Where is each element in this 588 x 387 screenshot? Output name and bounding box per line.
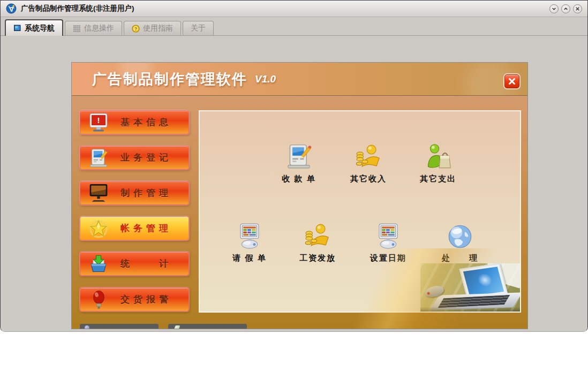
x-icon xyxy=(575,6,581,12)
sidebar-button-production-mgmt[interactable]: 制作管理 xyxy=(80,181,189,205)
computer-calendar-icon xyxy=(359,217,418,249)
app-window: 广告制品制作管理系统(非注册用户) xyxy=(0,0,588,332)
partial-bottom-button-2[interactable] xyxy=(168,324,247,329)
panel-body: ! 基本信息 xyxy=(72,96,527,329)
tab-label: 关于 xyxy=(191,24,206,33)
tab-label: 系统导航 xyxy=(25,24,55,33)
svg-text:!: ! xyxy=(97,116,100,125)
svg-text:?: ? xyxy=(134,26,137,31)
panel-header: 广告制品制作管理软件 V1.0 xyxy=(72,63,527,96)
blue-square-icon xyxy=(13,24,21,32)
window-controls xyxy=(547,4,582,13)
content-area: 收 款 单 xyxy=(199,110,521,313)
chevron-up-icon xyxy=(563,6,569,12)
flat-monitor-icon xyxy=(88,183,109,204)
shortcut-salary-payment[interactable]: 工资发放 xyxy=(288,217,347,263)
shortcut-leave-form[interactable]: 请 假 单 xyxy=(220,217,279,263)
tab-label: 信息操作 xyxy=(84,24,114,33)
shortcut-process[interactable]: 处 理 xyxy=(431,217,489,263)
shortcut-label: 收 款 单 xyxy=(269,174,328,184)
shortcut-label: 设置日期 xyxy=(359,253,418,263)
sidebar-label: 帐务管理 xyxy=(109,222,184,234)
person-coins-icon xyxy=(339,138,398,170)
tab-about[interactable]: 关于 xyxy=(183,21,214,35)
red-bulb-icon xyxy=(88,289,109,310)
sidebar-button-account-mgmt[interactable]: 帐务管理 xyxy=(80,216,189,240)
photo-shadow xyxy=(420,307,520,312)
app-logo-icon xyxy=(6,3,17,14)
tab-label: 使用指南 xyxy=(143,24,173,33)
sidebar-label: 交货报警 xyxy=(109,293,184,306)
titlebar: 广告制品制作管理系统(非注册用户) xyxy=(1,1,587,17)
computer-pencil-icon xyxy=(269,138,328,170)
panel-title: 广告制品制作管理软件 xyxy=(92,70,247,89)
window-title: 广告制品制作管理系统(非注册用户) xyxy=(21,4,547,13)
person-coins-icon xyxy=(288,217,347,249)
sidebar-button-business-register[interactable]: 业务登记 xyxy=(80,146,189,170)
leaf-icon xyxy=(174,325,180,329)
tab-info-operations[interactable]: 信息操作 xyxy=(65,21,122,35)
panel-close-button[interactable] xyxy=(504,74,519,88)
shortcut-label: 处 理 xyxy=(431,253,489,263)
tab-bar: 系统导航 信息操作 ? xyxy=(1,17,587,36)
help-coin-icon: ? xyxy=(132,25,140,33)
unshade-button[interactable] xyxy=(561,4,570,13)
shade-button[interactable] xyxy=(549,4,559,13)
sidebar-label: 制作管理 xyxy=(109,187,184,199)
sidebar-label: 业务登记 xyxy=(109,151,184,164)
sphere-icon xyxy=(85,325,89,329)
monitor-alert-icon: ! xyxy=(88,112,109,133)
shortcut-set-date[interactable]: 设置日期 xyxy=(359,217,418,263)
computer-pencil-icon xyxy=(88,147,109,169)
x-icon xyxy=(507,77,517,86)
sidebar-button-statistics[interactable]: 统 计 xyxy=(80,252,189,276)
globe-icon xyxy=(431,217,489,249)
sidebar-button-delivery-alert[interactable]: 交货报警 xyxy=(80,287,189,312)
workspace: 广告制品制作管理软件 V1.0 ! xyxy=(1,36,587,332)
grid-icon xyxy=(73,25,81,33)
shortcut-label: 其它收入 xyxy=(339,174,398,184)
tab-user-guide[interactable]: ? 使用指南 xyxy=(124,21,181,35)
computer-calendar-icon xyxy=(220,217,279,249)
laptop-photo xyxy=(420,263,520,312)
shortcut-other-income[interactable]: 其它收入 xyxy=(339,138,398,184)
archive-download-icon xyxy=(88,253,109,275)
chevron-down-icon xyxy=(551,6,557,12)
main-panel: 广告制品制作管理软件 V1.0 ! xyxy=(71,62,528,329)
sidebar-button-basic-info[interactable]: ! 基本信息 xyxy=(80,110,189,134)
shortcut-other-expense[interactable]: 其它支出 xyxy=(409,138,468,184)
person-bag-icon xyxy=(409,138,468,170)
sidebar-label: 统 计 xyxy=(109,257,184,270)
shortcut-label: 请 假 单 xyxy=(220,253,279,263)
shortcut-label: 工资发放 xyxy=(288,253,347,263)
sidebar-label: 基本信息 xyxy=(109,116,184,128)
close-window-button[interactable] xyxy=(573,4,582,13)
panel-version: V1.0 xyxy=(255,73,276,85)
shortcut-receipt[interactable]: 收 款 单 xyxy=(269,138,328,184)
gold-star-icon xyxy=(88,218,109,239)
partial-bottom-button-1[interactable] xyxy=(80,324,159,329)
shortcut-label: 其它支出 xyxy=(409,174,468,184)
tab-system-navigation[interactable]: 系统导航 xyxy=(5,19,63,36)
